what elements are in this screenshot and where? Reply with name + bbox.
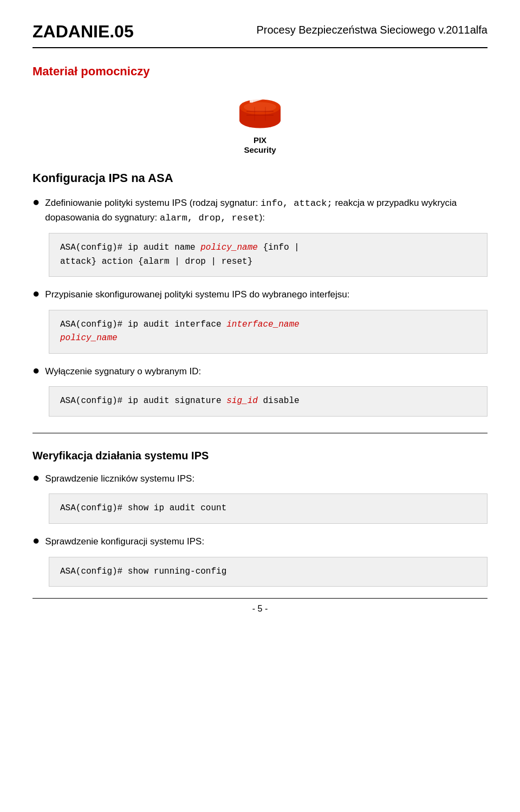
svg-point-3 [244,102,276,112]
bullet-item-2: ● Przypisanie skonfigurowanej polityki s… [32,288,487,302]
bullet-dot-3: ● [32,363,40,378]
section-heading: Materiał pomocniczy [32,64,487,79]
bullet-text-4: Sprawdzenie liczników systemu IPS: [45,472,487,486]
code-block-2: ASA(config)# ip audit interface interfac… [49,310,487,354]
bullet-dot-4: ● [32,471,40,485]
header-title: ZADANIE.05 [32,22,134,42]
svg-rect-9 [250,96,252,103]
pix-logo-area: PIX Security [32,89,487,155]
bullet-text-5: Sprawdzenie konfiguracji systemu IPS: [45,535,487,549]
bullet-item-3: ● Wyłączenie sygnatury o wybranym ID: [32,365,487,379]
bullet-item-4: ● Sprawdzenie liczników systemu IPS: [32,472,487,486]
pix-firewall-icon [236,89,284,133]
bullet-text-1: Zdefiniowanie polityki systemu IPS (rodz… [45,196,487,225]
header-subtitle: Procesy Bezpieczeństwa Sieciowego v.2011… [256,24,487,36]
bullet-item-1: ● Zdefiniowanie polityki systemu IPS (ro… [32,196,487,225]
pix-label: PIX Security [244,135,276,155]
code-block-5: ASA(config)# show running-config [49,557,487,587]
main-heading: Konfiguracja IPS na ASA [32,171,487,185]
bullet-item-5: ● Sprawdzenie konfiguracji systemu IPS: [32,535,487,549]
page-footer: - 5 - [32,598,487,614]
section-divider [32,433,487,433]
bullet-dot-5: ● [32,534,40,548]
code-block-1: ASA(config)# ip audit name policy_name {… [49,233,487,277]
bullet-dot-1: ● [32,195,40,209]
bullet-text-3: Wyłączenie sygnatury o wybranym ID: [45,365,487,379]
page-header: ZADANIE.05 Procesy Bezpieczeństwa Siecio… [32,22,487,48]
page-number: - 5 - [252,604,268,613]
code-block-4: ASA(config)# show ip audit count [49,493,487,524]
code-block-3: ASA(config)# ip audit signature sig_id d… [49,386,487,417]
bullet-text-2: Przypisanie skonfigurowanej polityki sys… [45,288,487,302]
bullet-dot-2: ● [32,287,40,301]
sub-section-heading: Weryfikacja działania systemu IPS [32,450,487,462]
